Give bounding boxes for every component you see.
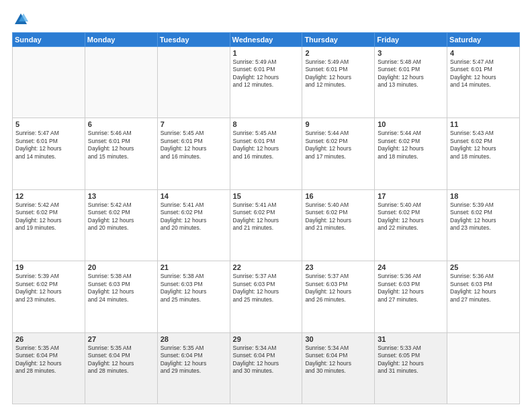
day-info: Sunrise: 5:37 AM Sunset: 6:03 PM Dayligh… (233, 273, 300, 304)
calendar-week-5: 26Sunrise: 5:35 AM Sunset: 6:04 PM Dayli… (13, 332, 520, 404)
day-info: Sunrise: 5:34 AM Sunset: 6:04 PM Dayligh… (305, 345, 371, 375)
day-info: Sunrise: 5:42 AM Sunset: 6:02 PM Dayligh… (88, 201, 154, 232)
day-info: Sunrise: 5:41 AM Sunset: 6:02 PM Dayligh… (233, 201, 300, 232)
day-info: Sunrise: 5:38 AM Sunset: 6:03 PM Dayligh… (88, 273, 154, 304)
calendar-cell: 30Sunrise: 5:34 AM Sunset: 6:04 PM Dayli… (302, 332, 375, 404)
calendar-cell: 11Sunrise: 5:43 AM Sunset: 6:02 PM Dayli… (447, 118, 520, 189)
calendar-cell: 24Sunrise: 5:36 AM Sunset: 6:03 PM Dayli… (375, 261, 447, 332)
day-info: Sunrise: 5:45 AM Sunset: 6:01 PM Dayligh… (161, 130, 227, 161)
day-info: Sunrise: 5:35 AM Sunset: 6:04 PM Dayligh… (15, 345, 82, 375)
calendar-cell: 16Sunrise: 5:40 AM Sunset: 6:02 PM Dayli… (302, 189, 375, 261)
calendar-week-2: 5Sunrise: 5:47 AM Sunset: 6:01 PM Daylig… (13, 118, 520, 189)
weekday-header-wednesday: Wednesday (230, 33, 302, 47)
day-info: Sunrise: 5:41 AM Sunset: 6:02 PM Dayligh… (161, 201, 227, 232)
day-info: Sunrise: 5:39 AM Sunset: 6:02 PM Dayligh… (450, 201, 517, 232)
day-info: Sunrise: 5:39 AM Sunset: 6:02 PM Dayligh… (15, 273, 82, 304)
day-info: Sunrise: 5:48 AM Sunset: 6:01 PM Dayligh… (378, 58, 444, 89)
calendar-week-4: 19Sunrise: 5:39 AM Sunset: 6:02 PM Dayli… (13, 261, 520, 332)
day-number: 7 (161, 120, 227, 128)
calendar-cell: 7Sunrise: 5:45 AM Sunset: 6:01 PM Daylig… (157, 118, 230, 189)
day-info: Sunrise: 5:46 AM Sunset: 6:01 PM Dayligh… (88, 130, 154, 161)
day-number: 5 (15, 120, 82, 128)
day-number: 19 (15, 263, 82, 271)
day-number: 31 (378, 335, 444, 343)
day-info: Sunrise: 5:38 AM Sunset: 6:03 PM Dayligh… (161, 273, 227, 304)
day-number: 26 (15, 335, 82, 343)
day-info: Sunrise: 5:36 AM Sunset: 6:03 PM Dayligh… (378, 273, 444, 304)
calendar-cell: 5Sunrise: 5:47 AM Sunset: 6:01 PM Daylig… (13, 118, 85, 189)
day-number: 11 (450, 120, 517, 128)
calendar-cell (157, 47, 230, 118)
calendar-cell (447, 332, 520, 404)
calendar-cell: 9Sunrise: 5:44 AM Sunset: 6:02 PM Daylig… (302, 118, 375, 189)
calendar-cell: 10Sunrise: 5:44 AM Sunset: 6:02 PM Dayli… (375, 118, 447, 189)
day-info: Sunrise: 5:35 AM Sunset: 6:04 PM Dayligh… (161, 345, 227, 375)
calendar-cell: 1Sunrise: 5:49 AM Sunset: 6:01 PM Daylig… (230, 47, 302, 118)
day-info: Sunrise: 5:44 AM Sunset: 6:02 PM Dayligh… (378, 130, 444, 161)
day-info: Sunrise: 5:44 AM Sunset: 6:02 PM Dayligh… (305, 130, 371, 161)
day-info: Sunrise: 5:36 AM Sunset: 6:03 PM Dayligh… (450, 273, 517, 304)
day-number: 25 (450, 263, 517, 271)
day-number: 10 (378, 120, 444, 128)
calendar-cell: 14Sunrise: 5:41 AM Sunset: 6:02 PM Dayli… (157, 189, 230, 261)
calendar-cell (85, 47, 157, 118)
day-info: Sunrise: 5:47 AM Sunset: 6:01 PM Dayligh… (450, 58, 517, 89)
weekday-header-tuesday: Tuesday (157, 33, 230, 47)
calendar-cell: 21Sunrise: 5:38 AM Sunset: 6:03 PM Dayli… (157, 261, 230, 332)
calendar-cell: 20Sunrise: 5:38 AM Sunset: 6:03 PM Dayli… (85, 261, 157, 332)
day-number: 2 (305, 49, 371, 57)
day-number: 13 (88, 192, 154, 200)
day-number: 16 (305, 192, 371, 200)
day-info: Sunrise: 5:40 AM Sunset: 6:02 PM Dayligh… (305, 201, 371, 232)
calendar-cell (13, 47, 85, 118)
weekday-header-friday: Friday (375, 33, 447, 47)
day-info: Sunrise: 5:34 AM Sunset: 6:04 PM Dayligh… (233, 345, 300, 375)
calendar-body: 1Sunrise: 5:49 AM Sunset: 6:01 PM Daylig… (13, 47, 520, 404)
day-number: 30 (305, 335, 371, 343)
day-number: 6 (88, 120, 154, 128)
calendar-cell: 23Sunrise: 5:37 AM Sunset: 6:03 PM Dayli… (302, 261, 375, 332)
day-number: 3 (378, 49, 444, 57)
day-info: Sunrise: 5:40 AM Sunset: 6:02 PM Dayligh… (378, 201, 444, 232)
calendar-cell: 12Sunrise: 5:42 AM Sunset: 6:02 PM Dayli… (13, 189, 85, 261)
calendar-cell: 17Sunrise: 5:40 AM Sunset: 6:02 PM Dayli… (375, 189, 447, 261)
calendar-cell: 31Sunrise: 5:33 AM Sunset: 6:05 PM Dayli… (375, 332, 447, 404)
day-info: Sunrise: 5:45 AM Sunset: 6:01 PM Dayligh… (233, 130, 300, 161)
calendar-cell: 15Sunrise: 5:41 AM Sunset: 6:02 PM Dayli… (230, 189, 302, 261)
calendar-week-1: 1Sunrise: 5:49 AM Sunset: 6:01 PM Daylig… (13, 47, 520, 118)
weekday-header-saturday: Saturday (447, 33, 520, 47)
calendar-cell: 2Sunrise: 5:49 AM Sunset: 6:01 PM Daylig… (302, 47, 375, 118)
calendar-cell: 25Sunrise: 5:36 AM Sunset: 6:03 PM Dayli… (447, 261, 520, 332)
day-number: 23 (305, 263, 371, 271)
calendar-cell: 19Sunrise: 5:39 AM Sunset: 6:02 PM Dayli… (13, 261, 85, 332)
day-info: Sunrise: 5:37 AM Sunset: 6:03 PM Dayligh… (305, 273, 371, 304)
day-info: Sunrise: 5:43 AM Sunset: 6:02 PM Dayligh… (450, 130, 517, 161)
weekday-header-sunday: Sunday (13, 33, 85, 47)
day-number: 12 (15, 192, 82, 200)
calendar-week-3: 12Sunrise: 5:42 AM Sunset: 6:02 PM Dayli… (13, 189, 520, 261)
header (12, 12, 520, 27)
calendar-cell: 18Sunrise: 5:39 AM Sunset: 6:02 PM Dayli… (447, 189, 520, 261)
calendar-cell: 29Sunrise: 5:34 AM Sunset: 6:04 PM Dayli… (230, 332, 302, 404)
logo-icon (13, 12, 28, 27)
day-number: 17 (378, 192, 444, 200)
day-number: 22 (233, 263, 300, 271)
day-number: 4 (450, 49, 517, 57)
calendar-cell: 13Sunrise: 5:42 AM Sunset: 6:02 PM Dayli… (85, 189, 157, 261)
day-info: Sunrise: 5:42 AM Sunset: 6:02 PM Dayligh… (15, 201, 82, 232)
day-info: Sunrise: 5:49 AM Sunset: 6:01 PM Dayligh… (305, 58, 371, 89)
day-number: 14 (161, 192, 227, 200)
day-number: 29 (233, 335, 300, 343)
day-info: Sunrise: 5:49 AM Sunset: 6:01 PM Dayligh… (233, 58, 300, 89)
day-number: 1 (233, 49, 300, 57)
day-number: 20 (88, 263, 154, 271)
day-number: 28 (161, 335, 227, 343)
calendar-cell: 26Sunrise: 5:35 AM Sunset: 6:04 PM Dayli… (13, 332, 85, 404)
day-number: 24 (378, 263, 444, 271)
calendar-table: SundayMondayTuesdayWednesdayThursdayFrid… (12, 32, 520, 404)
calendar-cell: 27Sunrise: 5:35 AM Sunset: 6:04 PM Dayli… (85, 332, 157, 404)
calendar-cell: 8Sunrise: 5:45 AM Sunset: 6:01 PM Daylig… (230, 118, 302, 189)
calendar-cell: 22Sunrise: 5:37 AM Sunset: 6:03 PM Dayli… (230, 261, 302, 332)
weekday-header-thursday: Thursday (302, 33, 375, 47)
day-number: 27 (88, 335, 154, 343)
